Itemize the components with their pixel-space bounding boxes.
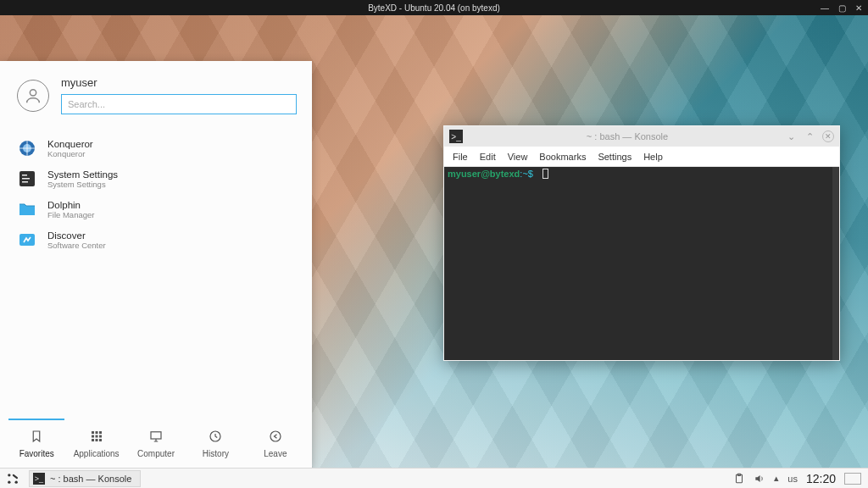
clock[interactable]: 12:20	[806, 472, 836, 485]
svg-rect-10	[99, 431, 102, 434]
vm-minimize-button[interactable]: —	[821, 3, 829, 12]
menu-help[interactable]: Help	[643, 152, 663, 162]
favorites-app-list: Konqueror Konqueror System Settings Syst…	[0, 118, 312, 410]
grid-icon	[89, 429, 104, 444]
svg-point-20	[8, 474, 10, 476]
app-name: Dolphin	[47, 200, 94, 210]
leave-icon	[268, 429, 283, 444]
keyboard-layout-indicator[interactable]: us	[787, 474, 798, 484]
prompt-user-host: myuser@bytexd	[448, 169, 520, 179]
application-launcher-popup: myuser Konqueror Konqueror System Set	[0, 61, 312, 468]
clock-icon	[208, 429, 223, 444]
tab-label: Computer	[137, 449, 175, 458]
folder-icon	[17, 199, 37, 219]
app-name: System Settings	[47, 169, 118, 180]
svg-point-19	[270, 431, 281, 441]
konsole-window-title: ~ : bash — Konsole	[470, 131, 785, 141]
tab-favorites[interactable]: Favorites	[8, 419, 64, 458]
application-launcher-button[interactable]	[0, 469, 25, 489]
app-item-konqueror[interactable]: Konqueror Konqueror	[12, 135, 300, 162]
app-name: Discover	[47, 230, 106, 241]
window-minimize-button[interactable]: ⌄	[785, 130, 797, 142]
app-desc: Software Center	[47, 241, 106, 250]
vm-window-title: ByteXD - Ubuntu 20.04 (on bytexd)	[368, 3, 500, 13]
vm-maximize-button[interactable]: ▢	[837, 3, 846, 12]
menu-bookmarks[interactable]: Bookmarks	[539, 152, 586, 162]
menu-file[interactable]: File	[453, 152, 468, 162]
clipboard-tray-icon[interactable]	[733, 473, 745, 485]
prompt-path: :~$	[520, 169, 533, 179]
tab-label: History	[203, 449, 229, 458]
monitor-icon	[148, 429, 164, 444]
svg-rect-12	[95, 435, 97, 437]
taskbar-panel: >_ ~ : bash — Konsole ▴ us 12:20	[0, 468, 868, 488]
svg-point-21	[8, 480, 10, 483]
task-label: ~ : bash — Konsole	[50, 474, 131, 484]
svg-rect-4	[22, 175, 27, 176]
terminal-icon: >_	[449, 130, 463, 143]
launcher-tabs: Favorites Applications Computer History …	[0, 410, 312, 468]
username-label: myuser	[61, 76, 297, 89]
tab-applications[interactable]: Applications	[68, 419, 124, 458]
discover-icon	[17, 230, 37, 250]
user-avatar-icon	[17, 80, 49, 112]
settings-icon	[17, 169, 37, 189]
svg-rect-9	[95, 431, 97, 434]
app-desc: Konqueror	[47, 149, 93, 158]
konqueror-icon	[17, 138, 37, 158]
tray-expand-arrow-icon[interactable]: ▴	[774, 473, 779, 484]
svg-rect-13	[99, 435, 102, 437]
konsole-window[interactable]: >_ ~ : bash — Konsole ⌄ ⌃ ✕ File Edit Vi…	[443, 125, 840, 361]
konsole-titlebar[interactable]: >_ ~ : bash — Konsole ⌄ ⌃ ✕	[444, 126, 839, 147]
tab-label: Leave	[264, 449, 287, 458]
menu-settings[interactable]: Settings	[598, 152, 632, 162]
menu-view[interactable]: View	[508, 152, 528, 162]
tab-computer[interactable]: Computer	[128, 419, 184, 458]
tab-history[interactable]: History	[187, 419, 243, 458]
app-desc: System Settings	[47, 180, 118, 189]
app-desc: File Manager	[47, 210, 94, 219]
terminal-cursor	[542, 169, 548, 179]
app-name: Konqueror	[47, 139, 93, 149]
svg-rect-8	[92, 431, 94, 434]
show-desktop-button[interactable]	[844, 473, 861, 485]
svg-rect-6	[22, 181, 28, 183]
terminal-icon: >_	[33, 473, 45, 485]
svg-rect-16	[99, 439, 102, 441]
vm-close-button[interactable]: ✕	[854, 3, 863, 12]
taskbar-task-konsole[interactable]: >_ ~ : bash — Konsole	[29, 470, 141, 487]
launcher-search-input[interactable]	[61, 94, 297, 114]
window-close-button[interactable]: ✕	[822, 130, 834, 142]
vm-window-titlebar: ByteXD - Ubuntu 20.04 (on bytexd) — ▢ ✕	[0, 0, 868, 15]
svg-rect-11	[92, 435, 94, 437]
svg-rect-14	[92, 439, 94, 441]
app-item-dolphin[interactable]: Dolphin File Manager	[12, 196, 300, 223]
menu-edit[interactable]: Edit	[480, 152, 496, 162]
konsole-menubar: File Edit View Bookmarks Settings Help	[444, 147, 839, 167]
app-item-system-settings[interactable]: System Settings System Settings	[12, 165, 300, 192]
svg-point-0	[30, 89, 36, 95]
svg-rect-15	[95, 439, 97, 441]
svg-rect-5	[22, 178, 30, 180]
system-tray: ▴ us 12:20	[733, 472, 868, 485]
tab-label: Applications	[74, 449, 120, 458]
tab-leave[interactable]: Leave	[248, 419, 303, 458]
desktop[interactable]: myuser Konqueror Konqueror System Set	[0, 15, 868, 468]
terminal-area[interactable]: myuser@bytexd:~$	[444, 167, 839, 360]
plasma-logo-icon	[4, 470, 21, 487]
svg-point-22	[15, 480, 18, 483]
volume-tray-icon[interactable]	[754, 473, 765, 485]
svg-rect-17	[151, 431, 161, 438]
tab-label: Favorites	[19, 449, 54, 458]
window-maximize-button[interactable]: ⌃	[804, 130, 815, 142]
app-item-discover[interactable]: Discover Software Center	[12, 226, 300, 253]
bookmark-icon	[29, 429, 44, 444]
